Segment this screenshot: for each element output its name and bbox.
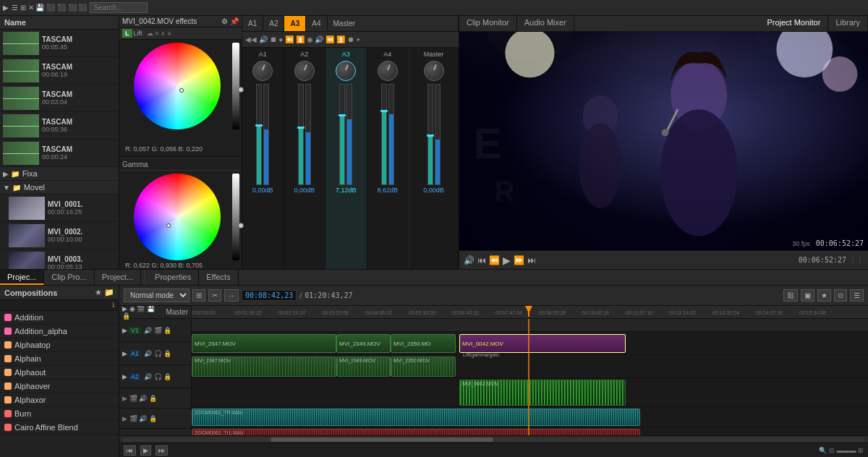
track-row-v1[interactable]: MVI_0042.MOV Lift/gamma/gain MVI_2347.MO… [192, 332, 868, 355]
comp-item-alphaatop[interactable]: Alphaatop [0, 338, 119, 352]
fader-track-a4b[interactable] [388, 84, 394, 185]
list-item[interactable]: MVI_0003. 00:00:05:13 [0, 249, 119, 269]
timeline-snap-btn[interactable]: ⊞ [192, 289, 205, 302]
track-row-a2[interactable]: MVI_0042.MOV [192, 378, 868, 407]
gamma-brightness-slider[interactable] [232, 174, 239, 260]
clip-zoom2[interactable]: ZOOM0001_Tr1.WAV [192, 429, 640, 435]
tab-library[interactable]: Library [828, 16, 868, 31]
clip-v1-mvi2350[interactable]: MVI_2350.MO [391, 334, 456, 353]
preview-step-back-btn[interactable]: ⏪ [489, 255, 500, 265]
timeline-more-btn[interactable]: ★ [817, 289, 831, 302]
comp-item-alphain[interactable]: Alphain [0, 352, 119, 366]
fader-handle-a1[interactable] [255, 124, 263, 127]
tab-project-monitor[interactable]: Project Monitor [760, 16, 828, 31]
clip-a1-mvi2347[interactable]: MVI_2347.MOV [192, 356, 336, 377]
list-item[interactable]: TASCAM 00:03:04 [0, 85, 119, 112]
clip-zoom1[interactable]: ZOOM0001_TR.WAV [192, 409, 640, 426]
clip-v1-mvi2347[interactable]: MVI_2347.MOV [192, 334, 336, 353]
tab-audio-mixer[interactable]: Audio Mixer [517, 16, 574, 31]
fader-track-masterb[interactable] [435, 84, 441, 185]
list-item[interactable]: TASCAM 00:05:36 [0, 112, 119, 140]
preview-next-btn[interactable]: ⏭ [527, 255, 536, 265]
timeline-cut-btn[interactable]: ✂ [208, 289, 221, 302]
fader-handle-a3[interactable] [339, 114, 346, 116]
audio-tab-a4[interactable]: A4 [306, 16, 327, 31]
status-next-btn[interactable]: ⏭ [156, 445, 168, 456]
fader-handle-a2[interactable] [297, 127, 305, 129]
gamma-slider-handle[interactable] [238, 223, 244, 228]
knob-a1[interactable] [252, 61, 273, 81]
fader-track-master[interactable] [427, 84, 433, 185]
timeline-group-btn[interactable]: ▣ [801, 289, 814, 302]
fader-track-a2b[interactable] [305, 84, 311, 185]
scroll-thumb[interactable] [271, 437, 493, 442]
lift-slider-handle[interactable] [238, 87, 244, 93]
timeline-arrow-btn[interactable]: → [224, 289, 239, 302]
preview-vol-btn[interactable]: 🔊 [464, 255, 475, 265]
fader-track-a1b[interactable] [263, 84, 269, 185]
folder-item-movel[interactable]: ▼ 📁 Movel [0, 181, 119, 195]
a2-expand-icon[interactable]: ▶ [122, 373, 127, 380]
fader-track-a2[interactable] [298, 84, 304, 185]
timeline-scrollbar[interactable] [119, 435, 868, 443]
comp-item-addition[interactable]: Addition [0, 311, 119, 325]
clip-a2-mvi0042[interactable]: MVI_0042.MOV [459, 380, 626, 406]
fader-track-a3b[interactable] [346, 84, 352, 185]
comp-item-alphaover[interactable]: Alphaover [0, 380, 119, 393]
tab-project[interactable]: Projec... [0, 270, 44, 285]
fader-handle-master[interactable] [427, 134, 434, 137]
folder-item-fixa[interactable]: ▶ 📁 Fixa [0, 167, 119, 181]
tab-project2[interactable]: Project... [95, 270, 141, 285]
comp-item-burn[interactable]: Burn [0, 407, 119, 421]
list-item[interactable]: TASCAM 00:05:45 [0, 30, 119, 57]
clip-v1-mvi0042[interactable]: MVI_0042.MOV [459, 334, 626, 353]
audio-tab-a2[interactable]: A2 [263, 16, 284, 31]
list-item[interactable]: TASCAM 00:06:19 [0, 57, 119, 85]
knob-a4[interactable] [378, 61, 398, 81]
comp-item-addition-alpha[interactable]: Addition_alpha [0, 325, 119, 338]
timeline-link-btn[interactable]: ⛓ [783, 289, 798, 302]
scroll-track[interactable] [122, 437, 865, 442]
list-item[interactable]: TASCAM 00:00:24 [0, 140, 119, 167]
clip-a1-mvi2350[interactable]: MVI_2350.MOV [391, 356, 456, 377]
fader-handle-a4[interactable] [380, 110, 388, 112]
timeline-mode-select[interactable]: Normal mode [124, 289, 190, 302]
comp-folder-btn[interactable]: 📁 [104, 288, 114, 297]
preview-play-btn[interactable]: ▶ [503, 255, 511, 266]
tab-clip-properties[interactable]: Clip Pro... [44, 270, 94, 285]
v1-expand-icon[interactable]: ▶ [122, 327, 127, 334]
comp-item-cairo[interactable]: Cairo Affine Blend [0, 421, 119, 435]
status-play-btn[interactable]: ▶ [140, 445, 151, 456]
gamma-wheel[interactable] [134, 174, 228, 260]
comp-item-alphaxor[interactable]: Alphaxor [0, 393, 119, 407]
fader-track-a3[interactable] [339, 84, 345, 185]
audio-tab-a1[interactable]: A1 [242, 16, 263, 31]
tab-properties[interactable]: Properties [148, 270, 199, 285]
status-prev-btn[interactable]: ⏮ [124, 445, 136, 456]
clip-a1-mvi2349[interactable]: MVI_2349.MOV [336, 356, 391, 377]
fader-track-a4[interactable] [381, 84, 387, 185]
knob-master[interactable] [424, 61, 444, 81]
a1-expand-icon[interactable]: ▶ [122, 350, 127, 357]
track-row-zoom1[interactable]: ZOOM0001_TR.WAV [192, 407, 868, 427]
knob-a3[interactable] [336, 61, 356, 81]
lift-wheel[interactable] [134, 43, 228, 137]
knob-a2[interactable] [294, 61, 315, 81]
list-item[interactable]: MVI_0001. 00:00:16:25 [0, 195, 119, 222]
lift-button[interactable]: L [122, 29, 132, 38]
fader-track-a1[interactable] [256, 84, 262, 185]
audio-tab-a3[interactable]: A3 [284, 16, 306, 31]
timeline-content[interactable]: MVI_0042.MOV Lift/gamma/gain MVI_2347.MO… [192, 319, 868, 435]
list-item[interactable]: MVI_0002. 00:00:10:00 [0, 222, 119, 249]
audio-tab-master[interactable]: Master [328, 16, 459, 31]
track-row-zoom2[interactable]: ZOOM0001_Tr1.WAV [192, 427, 868, 435]
tab-effects[interactable]: Effects [199, 270, 238, 285]
comp-item-alphaout[interactable]: Alphaout [0, 366, 119, 380]
clip-v1-mvi2349[interactable]: MVI_2349.MOV [336, 334, 391, 353]
timeline-menu-btn[interactable]: ☰ [850, 289, 864, 302]
preview-step-fwd-btn[interactable]: ⏩ [514, 255, 524, 265]
tab-clip-monitor[interactable]: Clip Monitor [459, 16, 517, 31]
comp-star-btn[interactable]: ★ [95, 288, 102, 297]
track-row-a1[interactable]: MVI_2347.MOV MVI_2349.MOV MVI_2350.MOV [192, 355, 868, 378]
search-input[interactable] [90, 2, 148, 13]
